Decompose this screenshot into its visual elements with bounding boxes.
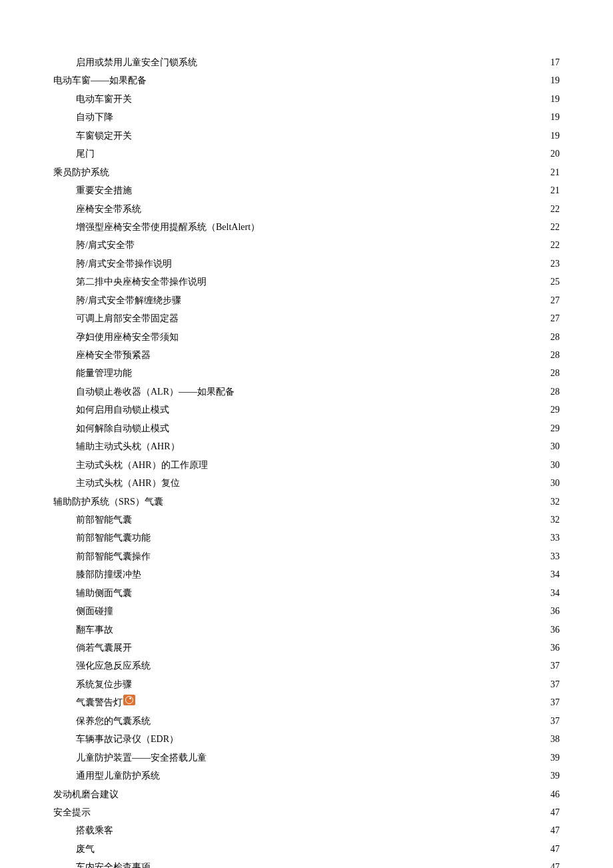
toc-entry: 侧面碰撞36 — [53, 602, 560, 620]
toc-entry: 可调上肩部安全带固定器27 — [53, 309, 560, 327]
toc-entry: 系统复位步骤37 — [53, 675, 560, 693]
toc-entry: 车窗锁定开关19 — [53, 127, 560, 145]
toc-title: 孕妇使用座椅安全带须知 — [76, 328, 179, 346]
toc-entry: 翻车事故36 — [53, 621, 560, 639]
toc-entry: 前部智能气囊32 — [53, 511, 560, 529]
toc-title: 辅助侧面气囊 — [76, 584, 132, 602]
toc-entry: 乘员防护系统21 — [53, 163, 560, 181]
toc-title: 如何启用自动锁止模式 — [76, 401, 169, 419]
toc-page-number: 25 — [550, 273, 560, 291]
toc-title: 自动锁止卷收器（ALR）——如果配备 — [76, 383, 235, 401]
toc-page-number: 47 — [550, 821, 560, 839]
toc-page-number: 30 — [550, 474, 560, 492]
toc-entry: 电动车窗开关19 — [53, 90, 560, 108]
toc-entry: 强化应急反应系统37 — [53, 657, 560, 675]
toc-title: 如何解除自动锁止模式 — [76, 419, 169, 437]
toc-title: 尾门 — [76, 145, 95, 163]
toc-title: 膝部防撞缓冲垫 — [76, 565, 141, 583]
toc-title: 搭载乘客 — [76, 821, 113, 839]
toc-title: 重要安全措施 — [76, 181, 132, 199]
toc-entry: 车辆事故记录仪（EDR）38 — [53, 730, 560, 748]
toc-page-number: 47 — [550, 840, 560, 858]
toc-page-number: 20 — [550, 145, 560, 163]
toc-title: 前部智能气囊操作 — [76, 547, 151, 565]
toc-page-number: 29 — [550, 401, 560, 419]
toc-title: 主动式头枕（AHR）复位 — [76, 474, 180, 492]
toc-title: 电动车窗开关 — [76, 90, 132, 108]
toc-page-number: 22 — [550, 218, 560, 236]
toc-title: 胯/肩式安全带 — [76, 236, 135, 254]
toc-title: 辅助主动式头枕（AHR） — [76, 437, 180, 455]
toc-title: 增强型座椅安全带使用提醒系统（BeltAlert） — [76, 218, 260, 236]
toc-title: 电动车窗——如果配备 — [53, 71, 147, 89]
toc-page-number: 36 — [550, 602, 560, 620]
toc-title: 翻车事故 — [76, 621, 113, 639]
toc-page-number: 22 — [550, 236, 560, 254]
toc-entry: 孕妇使用座椅安全带须知28 — [53, 328, 560, 346]
toc-entry: 自动下降19 — [53, 108, 560, 126]
toc-page-number: 33 — [550, 547, 560, 565]
toc-entry: 主动式头枕（AHR）的工作原理30 — [53, 456, 560, 474]
toc-page-number: 39 — [550, 767, 560, 785]
toc-page-number: 32 — [550, 511, 560, 529]
toc-page-number: 30 — [550, 437, 560, 455]
toc-entry: 辅助侧面气囊34 — [53, 584, 560, 602]
toc-entry: 通用型儿童防护系统39 — [53, 767, 560, 785]
toc-entry: 增强型座椅安全带使用提醒系统（BeltAlert）22 — [53, 218, 560, 236]
toc-title: 启用或禁用儿童安全门锁系统 — [76, 53, 197, 71]
toc-title: 发动机磨合建议 — [53, 785, 119, 803]
toc-page-number: 30 — [550, 456, 560, 474]
toc-page-number: 28 — [550, 328, 560, 346]
toc-title: 胯/肩式安全带操作说明 — [76, 255, 172, 273]
toc-title: 能量管理功能 — [76, 364, 132, 382]
toc-page-number: 36 — [550, 639, 560, 657]
toc-title: 可调上肩部安全带固定器 — [76, 309, 179, 327]
toc-entry: 辅助主动式头枕（AHR）30 — [53, 437, 560, 455]
toc-title: 保养您的气囊系统 — [76, 712, 151, 730]
toc-page-number: 28 — [550, 346, 560, 364]
toc-entry: 主动式头枕（AHR）复位30 — [53, 474, 560, 492]
toc-title: 前部智能气囊功能 — [76, 529, 151, 547]
toc-page-number: 21 — [550, 181, 560, 199]
toc-page-number: 27 — [550, 309, 560, 327]
toc-entry: 自动锁止卷收器（ALR）——如果配备28 — [53, 383, 560, 401]
toc-entry: 辅助防护系统（SRS）气囊32 — [53, 493, 560, 511]
toc-title: 系统复位步骤 — [76, 675, 132, 693]
toc-entry: 能量管理功能28 — [53, 364, 560, 382]
toc-page-number: 37 — [550, 712, 560, 730]
toc-entry: 车内安全检查事项47 — [53, 858, 560, 868]
toc-title: 乘员防护系统 — [53, 163, 109, 181]
toc-title: 倘若气囊展开 — [76, 639, 132, 657]
toc-title: 第二排中央座椅安全带操作说明 — [76, 273, 207, 291]
toc-entry: 第二排中央座椅安全带操作说明25 — [53, 273, 560, 291]
toc-page-number: 19 — [550, 90, 560, 108]
toc-title: 安全提示 — [53, 803, 91, 821]
toc-entry: 尾门20 — [53, 145, 560, 163]
toc-entry: 启用或禁用儿童安全门锁系统17 — [53, 53, 560, 71]
toc-title: 气囊警告灯 — [76, 693, 123, 711]
toc-entry: 重要安全措施21 — [53, 181, 560, 199]
toc-title: 儿童防护装置——安全搭载儿童 — [76, 749, 207, 767]
toc-page-number: 34 — [550, 584, 560, 602]
toc-entry: 安全提示47 — [53, 803, 560, 821]
toc-entry: 保养您的气囊系统37 — [53, 712, 560, 730]
toc-entry: 前部智能气囊操作33 — [53, 547, 560, 565]
toc-entry: 儿童防护装置——安全搭载儿童39 — [53, 749, 560, 767]
toc-entry: 倘若气囊展开36 — [53, 639, 560, 657]
toc-title: 主动式头枕（AHR）的工作原理 — [76, 456, 208, 474]
toc-title: 侧面碰撞 — [76, 602, 113, 620]
toc-page-number: 23 — [550, 255, 560, 273]
toc-page-number: 46 — [550, 785, 560, 803]
toc-page-number: 33 — [550, 529, 560, 547]
toc-page-number: 19 — [550, 71, 560, 89]
toc-title: 通用型儿童防护系统 — [76, 767, 160, 785]
toc-page-number: 29 — [550, 419, 560, 437]
toc-entry: 胯/肩式安全带解缠绕步骤27 — [53, 291, 560, 309]
toc-page-number: 17 — [550, 53, 560, 71]
toc-entry: 座椅安全带预紧器28 — [53, 346, 560, 364]
toc-page-number: 21 — [550, 163, 560, 181]
toc-title: 胯/肩式安全带解缠绕步骤 — [76, 291, 181, 309]
toc-title: 自动下降 — [76, 108, 113, 126]
toc-entry: 废气47 — [53, 840, 560, 858]
toc-entry: 如何解除自动锁止模式29 — [53, 419, 560, 437]
